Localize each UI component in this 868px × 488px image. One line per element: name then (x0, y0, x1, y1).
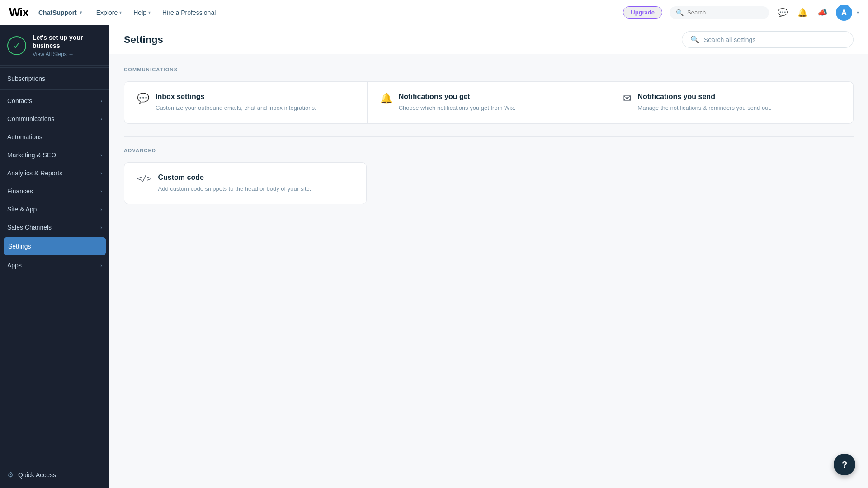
help-button[interactable]: ? (834, 454, 855, 475)
notifications-send-body: Notifications you send Manage the notifi… (637, 93, 771, 113)
sales-channels-label: Sales Channels (7, 224, 52, 231)
custom-code-icon: </> (137, 174, 152, 183)
content-area: Settings 🔍 COMMUNICATIONS 💬 Inbox settin… (109, 25, 868, 488)
site-name: ChatSupport (38, 9, 77, 16)
quick-access-button[interactable]: ⚙ Quick Access (7, 467, 102, 483)
analytics-chevron-icon: › (100, 170, 102, 176)
settings-search-icon: 🔍 (690, 35, 699, 44)
chat-icon-button[interactable]: 💬 (774, 5, 791, 21)
sidebar-item-communications[interactable]: Communications › (0, 110, 109, 128)
communications-cards: 💬 Inbox settings Customize your outbound… (124, 81, 854, 124)
sidebar-item-settings[interactable]: Settings (4, 237, 106, 255)
notifications-get-card[interactable]: 🔔 Notifications you get Choose which not… (368, 82, 611, 123)
explore-link[interactable]: Explore ▾ (91, 6, 127, 19)
settings-header: Settings 🔍 (109, 25, 868, 54)
sidebar-item-marketing[interactable]: Marketing & SEO › (0, 146, 109, 164)
settings-label: Settings (8, 243, 31, 250)
upgrade-button[interactable]: Upgrade (623, 6, 662, 19)
setup-section: ✓ Let's set up your business View All St… (0, 25, 109, 66)
communications-section-label: COMMUNICATIONS (124, 67, 854, 72)
section-divider (124, 136, 854, 137)
sidebar-item-automations[interactable]: Automations (0, 128, 109, 146)
inbox-card-header: 💬 Inbox settings Customize your outbound… (137, 93, 354, 113)
notifications-get-icon: 🔔 (380, 93, 392, 104)
sidebar-item-sales-channels[interactable]: Sales Channels › (0, 218, 109, 236)
sidebar-item-subscriptions[interactable]: Subscriptions (0, 70, 109, 88)
site-selector[interactable]: ChatSupport ▾ (33, 6, 87, 19)
notifications-get-header: 🔔 Notifications you get Choose which not… (380, 93, 598, 113)
analytics-label: Analytics & Reports (7, 169, 62, 177)
notifications-send-card[interactable]: ✉ Notifications you send Manage the noti… (610, 82, 853, 123)
notifications-get-body: Notifications you get Choose which notif… (399, 93, 516, 113)
search-input[interactable] (687, 9, 763, 16)
custom-code-description: Add custom code snippets to the head or … (158, 184, 311, 193)
hire-professional-link[interactable]: Hire a Professional (157, 6, 221, 19)
sales-channels-chevron-icon: › (100, 225, 102, 230)
apps-label: Apps (7, 262, 22, 269)
wix-logo: Wix (9, 5, 28, 19)
avatar-chevron-icon[interactable]: ▾ (857, 10, 859, 15)
apps-chevron-icon: › (100, 263, 102, 268)
main-layout: ✓ Let's set up your business View All St… (0, 25, 868, 488)
setup-title: Let's set up your business (33, 33, 102, 50)
announcements-icon-button[interactable]: 📣 (814, 5, 830, 21)
marketing-label: Marketing & SEO (7, 151, 56, 159)
sidebar: ✓ Let's set up your business View All St… (0, 25, 109, 488)
inbox-settings-card[interactable]: 💬 Inbox settings Customize your outbound… (124, 82, 368, 123)
notifications-send-header: ✉ Notifications you send Manage the noti… (623, 93, 840, 113)
finances-label: Finances (7, 188, 33, 195)
global-search[interactable]: 🔍 (670, 6, 769, 19)
setup-progress-icon: ✓ (7, 36, 26, 55)
sidebar-item-finances[interactable]: Finances › (0, 182, 109, 200)
explore-chevron-icon: ▾ (119, 10, 122, 15)
sidebar-item-site-app[interactable]: Site & App › (0, 200, 109, 218)
advanced-cards: </> Custom code Add custom code snippets… (124, 162, 367, 205)
inbox-card-description: Customize your outbound emails, chat and… (156, 103, 316, 113)
finances-chevron-icon: › (100, 188, 102, 194)
avatar[interactable]: A (836, 5, 852, 21)
automations-label: Automations (7, 133, 42, 141)
communications-chevron-icon: › (100, 116, 102, 122)
setup-text: Let's set up your business View All Step… (33, 33, 102, 58)
custom-code-card[interactable]: </> Custom code Add custom code snippets… (124, 163, 366, 204)
quick-access-icon: ⚙ (7, 470, 14, 479)
page-title: Settings (124, 34, 163, 46)
site-app-chevron-icon: › (100, 206, 102, 212)
top-navigation: Wix ChatSupport ▾ Explore ▾ Help ▾ Hire … (0, 0, 868, 25)
contacts-chevron-icon: › (100, 98, 102, 103)
sidebar-item-apps[interactable]: Apps › (0, 256, 109, 274)
site-app-label: Site & App (7, 206, 37, 213)
subscriptions-label: Subscriptions (7, 75, 45, 82)
sidebar-divider-1 (0, 67, 109, 68)
hire-label: Hire a Professional (162, 9, 216, 16)
site-chevron-icon: ▾ (80, 10, 82, 15)
custom-code-title: Custom code (158, 174, 311, 182)
help-chevron-icon: ▾ (148, 10, 151, 15)
notifications-send-icon: ✉ (623, 93, 631, 104)
nav-links: Explore ▾ Help ▾ Hire a Professional (91, 6, 623, 19)
sidebar-divider-2 (0, 89, 109, 90)
settings-search[interactable]: 🔍 (682, 31, 854, 48)
settings-search-input[interactable] (704, 36, 845, 43)
communications-label: Communications (7, 115, 54, 122)
sidebar-bottom: ⚙ Quick Access (0, 461, 109, 488)
view-all-steps-link[interactable]: View All Steps → (33, 51, 74, 57)
contacts-label: Contacts (7, 97, 32, 104)
notifications-get-title: Notifications you get (399, 93, 516, 101)
sidebar-item-contacts[interactable]: Contacts › (0, 92, 109, 110)
notifications-get-description: Choose which notifications you get from … (399, 103, 516, 113)
notifications-send-description: Manage the notifications & reminders you… (637, 103, 771, 113)
notifications-icon-button[interactable]: 🔔 (794, 5, 811, 21)
custom-code-body: Custom code Add custom code snippets to … (158, 174, 311, 193)
nav-action-icons: 💬 🔔 📣 A ▾ (774, 5, 859, 21)
search-icon: 🔍 (676, 9, 684, 16)
advanced-section-label: ADVANCED (124, 148, 854, 153)
sidebar-item-analytics[interactable]: Analytics & Reports › (0, 164, 109, 182)
inbox-icon: 💬 (137, 93, 149, 104)
help-link[interactable]: Help ▾ (128, 6, 156, 19)
inbox-card-body: Inbox settings Customize your outbound e… (156, 93, 316, 113)
inbox-card-title: Inbox settings (156, 93, 316, 101)
help-label: Help (133, 9, 146, 16)
custom-code-header: </> Custom code Add custom code snippets… (137, 174, 354, 193)
quick-access-label: Quick Access (18, 471, 56, 479)
